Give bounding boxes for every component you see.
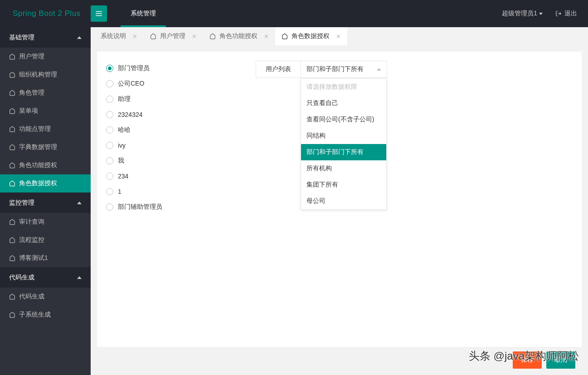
radio-icon	[106, 142, 113, 149]
sidebar-item[interactable]: 子系统生成	[0, 306, 91, 324]
role-label: 2324324	[118, 111, 143, 118]
sidebar-group-label: 代码生成	[9, 274, 34, 282]
dropdown-option[interactable]: 查看同公司(不含子公司)	[301, 111, 386, 128]
sidebar-item[interactable]: 流程监控	[0, 231, 91, 249]
home-icon	[282, 33, 288, 39]
role-radio-row[interactable]: 2324324	[106, 107, 242, 122]
role-radio-row[interactable]: 1	[106, 184, 242, 199]
logout-label: 退出	[564, 10, 577, 18]
sidebar-group-codegen[interactable]: 代码生成	[0, 267, 91, 288]
tab[interactable]: 用户管理✕	[144, 27, 203, 45]
close-icon[interactable]: ✕	[192, 33, 197, 40]
role-radio-row[interactable]: 助理	[106, 91, 242, 107]
sidebar-item[interactable]: 角色管理	[0, 84, 91, 102]
sidebar-item[interactable]: 组织机构管理	[0, 66, 91, 84]
radio-icon	[106, 80, 113, 87]
save-button[interactable]: 保存	[513, 351, 542, 369]
footer-actions: 保存 取消	[97, 347, 582, 369]
home-icon	[209, 33, 216, 39]
radio-icon	[106, 65, 113, 72]
home-icon	[9, 144, 15, 150]
close-icon[interactable]: ✕	[132, 33, 137, 40]
role-label: 部门辅助管理员	[118, 203, 162, 211]
role-label: 助理	[118, 95, 131, 103]
logout-button[interactable]: 退出	[551, 10, 588, 18]
role-radio-row[interactable]: 哈哈	[106, 122, 242, 138]
tab[interactable]: 角色功能授权✕	[203, 27, 275, 45]
user-menu[interactable]: 超级管理员1	[494, 10, 551, 18]
role-radio-row[interactable]: 234	[106, 168, 242, 184]
sidebar-item-label: 角色功能授权	[19, 161, 57, 169]
role-label: 234	[118, 173, 128, 180]
sidebar-item-label: 菜单项	[19, 107, 38, 115]
home-icon	[9, 180, 15, 187]
radio-icon	[106, 188, 113, 195]
user-name: 超级管理员1	[502, 10, 537, 18]
sidebar-item-label: 角色数据授权	[19, 179, 57, 188]
home-icon	[9, 219, 15, 225]
sidebar-group-basic[interactable]: 基础管理	[0, 27, 91, 48]
cancel-button[interactable]: 取消	[546, 351, 575, 369]
top-nav-system[interactable]: 系统管理	[121, 0, 166, 27]
home-icon	[9, 126, 15, 132]
sidebar-item-label: 博客测试1	[19, 254, 48, 262]
home-icon	[9, 53, 15, 60]
sidebar-item[interactable]: 角色功能授权	[0, 156, 91, 174]
sidebar-group-monitor[interactable]: 监控管理	[0, 192, 91, 213]
sidebar-item[interactable]: 字典数据管理	[0, 138, 91, 156]
dropdown-option[interactable]: 部门和子部门下所有	[301, 144, 386, 160]
close-icon[interactable]: ✕	[264, 33, 269, 40]
sidebar-item[interactable]: 博客测试1	[0, 249, 91, 267]
dropdown-option[interactable]: 母公司	[301, 193, 386, 209]
permission-select[interactable]: 部门和子部门下所有 请选择放数据权限只查看自己查看同公司(不含子公司)同结构部门…	[301, 61, 387, 78]
role-radio-row[interactable]: 部门辅助管理员	[106, 199, 242, 215]
role-label: 1	[118, 188, 121, 195]
radio-icon	[106, 126, 113, 134]
tab[interactable]: 系统说明✕	[94, 27, 144, 45]
chevron-down-icon	[539, 13, 543, 15]
dropdown-option: 请选择放数据权限	[301, 79, 386, 95]
chevron-up-icon	[377, 68, 381, 71]
home-icon	[9, 255, 15, 261]
sidebar-item[interactable]: 菜单项	[0, 102, 91, 120]
close-icon[interactable]: ✕	[336, 33, 341, 40]
dropdown-option[interactable]: 只查看自己	[301, 95, 386, 111]
sidebar-item-label: 审计查询	[19, 218, 44, 226]
home-icon	[9, 162, 15, 168]
select-label: 用户列表	[256, 61, 301, 78]
role-radio-row[interactable]: 部门管理员	[106, 61, 242, 76]
role-label: 哈哈	[118, 126, 131, 134]
tab-label: 角色功能授权	[219, 32, 258, 40]
header: Spring Boot 2 Plus 系统管理 超级管理员1 退出	[0, 0, 588, 27]
role-radio-row[interactable]: ivy	[106, 138, 242, 153]
sidebar-item-label: 子系统生成	[19, 311, 51, 319]
sidebar-item-label: 角色管理	[19, 89, 44, 97]
sidebar-item-label: 流程监控	[19, 236, 44, 244]
tab[interactable]: 角色数据授权✕	[275, 27, 347, 45]
tab-label: 角色数据授权	[292, 32, 330, 40]
app-logo: Spring Boot 2 Plus	[0, 9, 91, 18]
permission-select-row: 用户列表 部门和子部门下所有 请选择放数据权限只查看自己查看同公司(不含子公司)…	[256, 61, 573, 78]
role-radio-row[interactable]: 我	[106, 153, 242, 168]
sidebar-item[interactable]: 代码生成	[0, 288, 91, 306]
sidebar-item[interactable]: 用户管理	[0, 48, 91, 66]
home-icon	[150, 33, 156, 39]
sidebar-item-label: 代码生成	[19, 293, 44, 301]
role-list: 部门管理员公司CEO助理2324324哈哈ivy我2341部门辅助管理员	[106, 61, 242, 338]
menu-icon	[95, 10, 103, 18]
dropdown-option[interactable]: 所有机构	[301, 160, 386, 177]
chevron-up-icon	[77, 36, 82, 39]
role-radio-row[interactable]: 公司CEO	[106, 76, 242, 91]
dropdown-option[interactable]: 集团下所有	[301, 177, 386, 193]
sidebar-item[interactable]: 功能点管理	[0, 120, 91, 138]
sidebar-toggle-button[interactable]	[91, 5, 107, 22]
radio-icon	[106, 96, 113, 103]
dropdown-option[interactable]: 同结构	[301, 128, 386, 144]
radio-icon	[106, 157, 113, 164]
sidebar-item[interactable]: 审计查询	[0, 213, 91, 231]
select-value: 部门和子部门下所有	[306, 65, 364, 73]
sidebar-item[interactable]: 角色数据授权	[0, 174, 91, 192]
home-icon	[9, 237, 15, 243]
home-icon	[9, 90, 15, 96]
home-icon	[9, 72, 15, 78]
